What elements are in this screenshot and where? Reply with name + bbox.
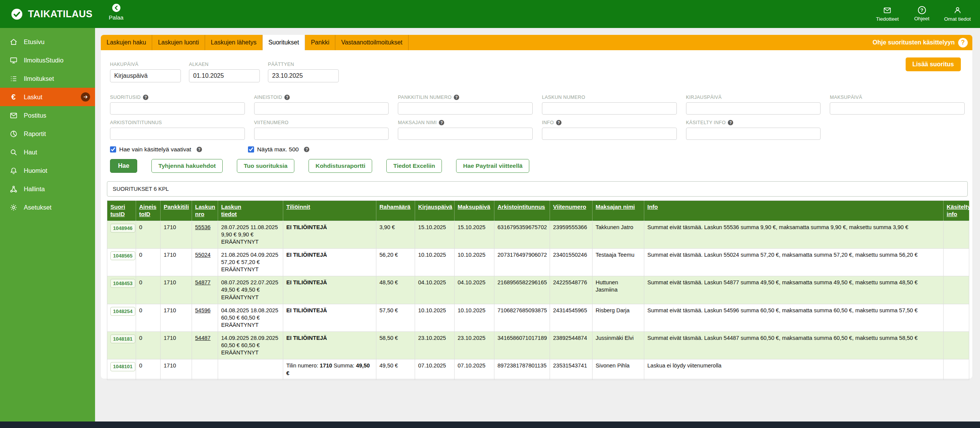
- topbar-item-omat-tiedot[interactable]: Omat tiedot: [944, 6, 971, 22]
- column-header-info: Info: [644, 201, 944, 221]
- tyhjenna-hakuehdot-button[interactable]: Tyhjennä hakuehdot: [151, 159, 223, 173]
- tab-laskujen-lahetys[interactable]: Laskujen lähetys: [205, 35, 263, 50]
- kasitelty-info-input[interactable]: [686, 128, 821, 140]
- tab-laskujen-luonti[interactable]: Laskujen luonti: [152, 35, 205, 50]
- filter-field-alkaen: ALKAEN: [189, 62, 260, 82]
- cell-kasitelty-info: [944, 332, 969, 359]
- sidebar-item-label: Ilmoitukset: [24, 75, 54, 82]
- sidebar-item-huomiot[interactable]: Huomiot: [0, 161, 95, 180]
- info-icon[interactable]: ?: [304, 147, 309, 152]
- suoritus-id-link[interactable]: 1048181: [110, 335, 135, 343]
- checkbox-hae-vain-kasittelya-vaativat[interactable]: Hae vain käsittelyä vaativat?: [110, 146, 202, 153]
- hakupaiva-input[interactable]: [110, 69, 181, 82]
- info-icon[interactable]: ?: [454, 95, 459, 100]
- cell-arkistointitunnus: 2073176497906072: [494, 248, 550, 276]
- tuo-suorituksia-button[interactable]: Tuo suorituksia: [237, 159, 294, 173]
- cell-laskun-nro: 55024: [192, 248, 218, 276]
- suoritusid-input[interactable]: [110, 102, 245, 115]
- info-input[interactable]: [542, 128, 677, 140]
- sidebar-item-hallinta[interactable]: Hallinta: [0, 180, 95, 198]
- sort-link-rahamaara[interactable]: Rahamäärä: [379, 203, 410, 210]
- sort-link-info[interactable]: Info: [647, 203, 658, 210]
- topbar-item-ohjeet[interactable]: ? Ohjeet: [909, 6, 934, 22]
- tab-laskujen-haku[interactable]: Laskujen haku: [101, 35, 152, 50]
- cell-aineisto-id: 0: [136, 248, 161, 276]
- search-button[interactable]: Hae: [110, 159, 137, 173]
- cell-suoritus-id: 1048254: [107, 304, 136, 331]
- sort-link-laskun-tiedot[interactable]: Laskuntiedot: [221, 203, 241, 217]
- sort-link-maksupaiva[interactable]: Maksupäivä: [458, 203, 490, 210]
- info-icon[interactable]: ?: [556, 120, 561, 125]
- laskun-nro-link[interactable]: 54596: [195, 307, 210, 313]
- hae-paytrail-viitteella-button[interactable]: Hae Paytrail viitteellä: [456, 159, 529, 173]
- suoritus-id-link[interactable]: 1048565: [110, 251, 135, 260]
- pankkitilin-numero-input[interactable]: [398, 102, 533, 115]
- suoritus-id-link[interactable]: 1048101: [110, 362, 135, 371]
- cell-viitenumero: 23401550246: [550, 248, 593, 276]
- maksajan-nimi-input[interactable]: [398, 128, 533, 140]
- laskun-nro-link[interactable]: 54877: [195, 279, 210, 285]
- info-icon[interactable]: ?: [284, 95, 290, 100]
- kohdistusraportti-button[interactable]: Kohdistusraportti: [309, 159, 372, 173]
- cell-laskun-tiedot: 14.09.2025 28.09.202560,50 € 60,50 €ERÄÄ…: [218, 332, 283, 359]
- sort-link-suoritus-id[interactable]: SuoritusID: [110, 203, 125, 217]
- arkistointitunnus-input[interactable]: [110, 128, 245, 140]
- filter-field-arkistointitunnus: ARKISTOINTITUNNUS: [110, 120, 245, 140]
- sidebar-item-ilmoitukset[interactable]: Ilmoitukset: [0, 69, 95, 88]
- sidebar-item-ilmoitusstudio[interactable]: IlmoitusStudio: [0, 51, 95, 69]
- laskun-nro-link[interactable]: 55024: [195, 252, 210, 258]
- app-logo: TAIKATILAUS: [10, 7, 92, 21]
- sidebar-item-asetukset[interactable]: Asetukset: [0, 198, 95, 216]
- help-link[interactable]: Ohje suoritusten käsittelyyn ?: [873, 35, 972, 50]
- tab-suoritukset[interactable]: Suoritukset: [263, 35, 305, 50]
- sort-link-viitenumero[interactable]: Viitenumero: [553, 203, 586, 210]
- tiedot-exceliin-button[interactable]: Tiedot Exceliin: [386, 159, 442, 173]
- checkbox-row: Hae vain käsittelyä vaativat?Näytä max. …: [110, 146, 965, 153]
- cell-maksajan-nimi: Jussinmäki Elvi: [593, 332, 644, 359]
- table-row: 104810101710Tilin numero: 1710 Summa: 49…: [107, 359, 969, 380]
- laskun-numero-input[interactable]: [542, 102, 677, 115]
- sort-link-maksajan-nimi[interactable]: Maksajan nimi: [596, 203, 635, 210]
- sidebar-item-haut[interactable]: Haut: [0, 143, 95, 161]
- sidebar-item-etusivu[interactable]: Etusivu: [0, 33, 95, 51]
- sort-link-laskun-nro[interactable]: Laskunnro: [195, 203, 215, 217]
- info-icon[interactable]: ?: [728, 120, 733, 125]
- sort-link-pankkitili[interactable]: Pankkitili: [164, 203, 189, 210]
- add-suoritus-button[interactable]: Lisää suoritus: [906, 57, 961, 71]
- paattyen-input[interactable]: [268, 69, 339, 82]
- suoritukset-panel: Lisää suoritus HAKUPÄIVÄ ALKAEN PÄÄTTYEN…: [101, 50, 972, 379]
- sidebar-item-raportit[interactable]: Raportit: [0, 125, 95, 143]
- tab-vastaanottoilmoitukset[interactable]: Vastaanottoilmoitukset: [335, 35, 409, 50]
- info-icon[interactable]: ?: [439, 120, 444, 125]
- suoritus-id-link[interactable]: 1048946: [110, 224, 135, 233]
- laskun-nro-link[interactable]: 54487: [195, 335, 210, 341]
- tab-pankki[interactable]: Pankki: [305, 35, 335, 50]
- aineistoid-input[interactable]: [254, 102, 389, 115]
- info-icon[interactable]: ?: [197, 147, 202, 152]
- sort-link-arkistointitunnus[interactable]: Arkistointitunnus: [497, 203, 545, 210]
- maksupaiva-input[interactable]: [830, 102, 965, 115]
- sort-link-kirjauspaiva[interactable]: Kirjauspäivä: [418, 203, 452, 210]
- back-arrow-icon: [111, 3, 121, 13]
- suoritus-id-link[interactable]: 1048254: [110, 307, 135, 316]
- cell-aineisto-id: 0: [136, 221, 161, 248]
- sidebar-item-postitus[interactable]: Postitus: [0, 106, 95, 125]
- checkbox-input[interactable]: [248, 146, 254, 153]
- sort-link-tilioinnit[interactable]: Tiliöinnit: [286, 203, 310, 210]
- sidebar-item-laskut[interactable]: € Laskut: [0, 88, 95, 106]
- info-icon[interactable]: ?: [143, 95, 148, 100]
- filter-label: AINEISTOID?: [254, 95, 389, 100]
- back-button[interactable]: Palaa: [103, 3, 130, 21]
- viitenumero-input[interactable]: [254, 128, 389, 140]
- cell-maksupaiva: 10.10.2025: [455, 248, 494, 276]
- checkbox-input[interactable]: [110, 146, 116, 153]
- checkbox-nayta-max-500[interactable]: Näytä max. 500?: [248, 146, 310, 153]
- kirjauspaiva-input[interactable]: [686, 102, 821, 115]
- laskun-nro-link[interactable]: 55536: [195, 224, 210, 230]
- sort-link-aineisto-id[interactable]: AineistoID: [139, 203, 156, 217]
- topbar-item-tiedotteet[interactable]: Tiedotteet: [875, 6, 900, 22]
- alkaen-input[interactable]: [189, 69, 260, 82]
- cell-maksajan-nimi: Testaaja Teemu: [593, 248, 644, 276]
- suoritus-id-link[interactable]: 1048453: [110, 279, 135, 288]
- sort-link-kasitelty-info[interactable]: Käsitelty info: [947, 203, 971, 217]
